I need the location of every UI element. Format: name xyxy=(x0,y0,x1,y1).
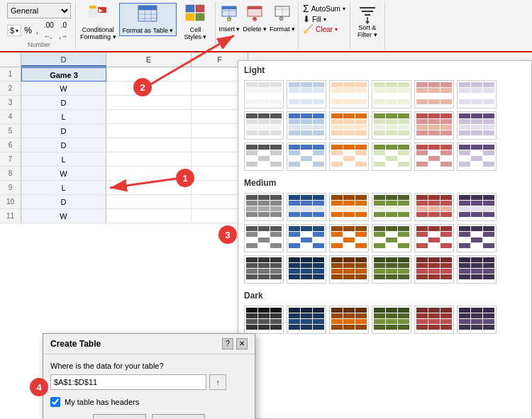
cell-d9[interactable]: L xyxy=(21,181,106,195)
table-style-medium-13[interactable] xyxy=(244,255,284,284)
table-style-light-13[interactable] xyxy=(244,143,284,171)
svg-rect-23 xyxy=(248,6,262,9)
dialog-ok-btn[interactable]: OK xyxy=(93,414,146,419)
dialog-title-bar: Create Table ? ✕ xyxy=(43,334,255,354)
table-style-light-15[interactable] xyxy=(329,143,369,171)
table-style-dark-6[interactable] xyxy=(457,306,497,334)
cell-d5[interactable]: D xyxy=(21,124,106,138)
insert-btn[interactable]: + xyxy=(218,3,240,26)
fill-btn[interactable]: ⬇ Fill ▾ xyxy=(303,14,345,24)
cell-e1[interactable] xyxy=(106,67,192,82)
format-as-table-btn[interactable]: Format as Table xyxy=(119,3,177,36)
table-style-medium-15[interactable] xyxy=(329,255,369,284)
table-style-light-8[interactable] xyxy=(287,111,326,140)
table-style-light-1[interactable] xyxy=(244,80,284,108)
cell-d4[interactable]: L xyxy=(21,110,106,124)
styles-section: ▶ ConditionalFormatting xyxy=(76,1,216,50)
svg-text:-: - xyxy=(253,16,255,23)
fill-arrow: ▾ xyxy=(323,16,326,23)
autosum-btn[interactable]: Σ AutoSum ▾ xyxy=(303,3,345,14)
insert-label: Insert ▾ xyxy=(218,26,240,33)
table-style-light-9[interactable] xyxy=(329,111,369,140)
table-style-dark-1[interactable] xyxy=(244,306,284,334)
dialog-cancel-btn[interactable]: Cancel xyxy=(152,414,205,419)
table-style-medium-7[interactable] xyxy=(244,224,284,252)
delete-btn[interactable]: - xyxy=(244,3,265,26)
col-header-e[interactable]: E xyxy=(106,52,192,67)
comma-btn[interactable]: , xyxy=(35,26,40,35)
cell-d6[interactable]: D xyxy=(21,138,106,152)
cell-d10[interactable]: D xyxy=(21,195,106,209)
currency-dropdown-icon[interactable]: ▾ xyxy=(16,28,18,34)
table-style-light-17[interactable] xyxy=(414,143,454,171)
decrease-decimal-btn[interactable]: .00 xyxy=(41,20,57,30)
cell-e7[interactable] xyxy=(106,152,192,167)
table-style-medium-3[interactable] xyxy=(329,193,369,221)
table-style-light-18[interactable] xyxy=(457,143,497,171)
table-style-dark-2[interactable] xyxy=(287,306,326,334)
table-style-light-11[interactable] xyxy=(414,111,454,140)
table-style-medium-8[interactable] xyxy=(287,224,326,252)
sort-filter-btn[interactable]: Sort &Filter ▾ xyxy=(355,3,380,40)
table-style-light-3[interactable] xyxy=(329,80,369,108)
table-style-medium-14[interactable] xyxy=(287,255,326,284)
row-num-2: 2 xyxy=(0,82,21,96)
num-small1[interactable]: ←, xyxy=(41,31,55,41)
col-header-d[interactable]: D xyxy=(21,52,106,67)
cell-styles-btn[interactable]: CellStyles xyxy=(177,3,214,43)
cell-d11[interactable]: W xyxy=(21,209,106,223)
num-small2[interactable]: ,→ xyxy=(56,31,70,41)
table-style-dark-4[interactable] xyxy=(372,306,411,334)
clear-btn[interactable]: 🧹 Clear ▾ xyxy=(303,24,345,34)
dialog-close-btn[interactable]: ✕ xyxy=(236,338,248,350)
table-style-medium-18[interactable] xyxy=(457,255,497,284)
table-style-medium-12[interactable] xyxy=(457,224,497,252)
cell-e11[interactable] xyxy=(106,209,192,223)
cell-e6[interactable] xyxy=(106,138,192,152)
svg-rect-12 xyxy=(186,5,194,12)
table-style-medium-11[interactable] xyxy=(414,224,454,252)
table-style-light-6[interactable] xyxy=(457,80,497,108)
table-style-medium-1[interactable] xyxy=(244,193,284,221)
conditional-formatting-btn[interactable]: ▶ ConditionalFormatting xyxy=(77,3,119,43)
row-num-1: 1 xyxy=(0,67,21,82)
cell-d8[interactable]: W xyxy=(21,167,106,181)
insert-group: + Insert ▾ xyxy=(218,3,240,48)
cell-e3[interactable] xyxy=(106,96,192,110)
increase-decimal-btn[interactable]: .0 xyxy=(58,20,70,30)
table-style-light-10[interactable] xyxy=(372,111,411,140)
table-style-light-7[interactable] xyxy=(244,111,284,140)
cell-e4[interactable] xyxy=(106,110,192,124)
medium-section-title: Medium xyxy=(238,174,531,190)
dialog-headers-checkbox[interactable] xyxy=(50,397,60,407)
table-style-light-4[interactable] xyxy=(372,80,411,108)
cell-d3[interactable]: D xyxy=(21,96,106,110)
table-style-medium-6[interactable] xyxy=(457,193,497,221)
table-style-dark-5[interactable] xyxy=(414,306,454,334)
table-style-light-12[interactable] xyxy=(457,111,497,140)
table-style-medium-2[interactable] xyxy=(287,193,326,221)
table-style-medium-5[interactable] xyxy=(414,193,454,221)
table-style-light-14[interactable] xyxy=(287,143,326,171)
table-style-light-5[interactable] xyxy=(414,80,454,108)
autosum-sigma-icon: Σ xyxy=(303,3,309,14)
table-style-medium-16[interactable] xyxy=(372,255,411,284)
cell-e5[interactable] xyxy=(106,124,192,138)
table-style-dark-3[interactable] xyxy=(329,306,369,334)
table-style-light-16[interactable] xyxy=(372,143,411,171)
dialog-range-input[interactable] xyxy=(50,374,206,390)
cell-d2[interactable]: W xyxy=(21,82,106,96)
table-style-medium-4[interactable] xyxy=(372,193,411,221)
table-style-medium-10[interactable] xyxy=(372,224,411,252)
cell-d1[interactable]: Game 3 xyxy=(21,67,106,82)
table-style-light-2[interactable] xyxy=(287,80,326,108)
number-format-select[interactable]: General Number Currency Text xyxy=(7,3,71,18)
percent-btn[interactable]: % xyxy=(23,26,33,35)
dialog-help-btn[interactable]: ? xyxy=(222,338,233,350)
cell-e10[interactable] xyxy=(106,195,192,209)
dialog-range-picker-btn[interactable]: ↑ xyxy=(209,374,226,390)
table-style-medium-17[interactable] xyxy=(414,255,454,284)
format-btn[interactable]: ⚙ xyxy=(272,3,293,26)
cell-d7[interactable]: L xyxy=(21,152,106,167)
table-style-medium-9[interactable] xyxy=(329,224,369,252)
